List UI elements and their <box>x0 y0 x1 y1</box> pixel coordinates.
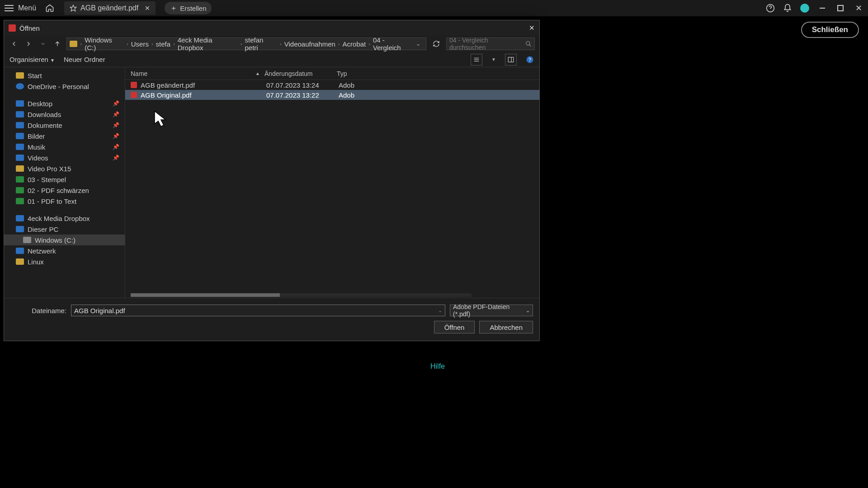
file-row[interactable]: AGB Original.pdf 07.07.2023 13:22 Adob <box>125 90 539 100</box>
sidebar-item-videoprox15[interactable]: Video Pro X15 <box>4 163 125 174</box>
nav-row: › Windows (C:)› Users› stefa› 4eck Media… <box>4 36 539 52</box>
crumb-2[interactable]: stefa <box>156 40 171 48</box>
app-body: Schließen Öffnen ✕ › Windows (C:)› Users… <box>0 16 868 488</box>
dialog-help-icon[interactable]: ? <box>526 56 534 64</box>
preview-pane-button[interactable] <box>505 54 517 66</box>
file-type: Adob <box>339 81 354 89</box>
help-icon[interactable] <box>766 4 775 13</box>
up-icon[interactable] <box>52 38 63 49</box>
sidebar-item-pictures[interactable]: Bilder📌 <box>4 131 125 141</box>
document-tab[interactable]: AGB geändert.pdf ✕ <box>64 1 156 15</box>
col-type[interactable]: Typ <box>337 70 347 77</box>
sidebar-item-documents[interactable]: Dokumente📌 <box>4 120 125 131</box>
crumb-1[interactable]: Users <box>131 40 149 48</box>
search-input[interactable]: 04 - Vergleich durchsuchen <box>446 38 535 50</box>
pdf-icon <box>131 82 137 88</box>
pdf-icon <box>9 24 16 32</box>
sidebar-item-downloads[interactable]: Downloads📌 <box>4 109 125 120</box>
pdf-icon <box>131 92 137 98</box>
sidebar-item-linux[interactable]: Linux <box>4 256 125 267</box>
minimize-icon[interactable] <box>817 3 827 13</box>
new-folder-button[interactable]: Neuer Ordner <box>64 56 105 63</box>
menu-button[interactable]: Menü <box>18 4 36 12</box>
avatar[interactable] <box>800 4 809 13</box>
close-window-icon[interactable]: ✕ <box>854 3 863 13</box>
create-button[interactable]: ＋ Erstellen <box>165 2 212 14</box>
cancel-button[interactable]: Abbrechen <box>479 321 533 333</box>
chevron-right-icon: › <box>338 41 340 47</box>
toolbar: Organisieren ▼ Neuer Ordner ▼ ? <box>4 52 539 67</box>
sidebar-item-videos[interactable]: Videos📌 <box>4 152 125 163</box>
download-icon <box>16 111 24 117</box>
pin-icon: 📌 <box>113 111 119 117</box>
crumb-4[interactable]: stefan petri <box>245 36 278 52</box>
folder-icon <box>16 165 24 172</box>
crumb-5[interactable]: Videoaufnahmen <box>284 40 335 48</box>
filename-input[interactable]: AGB Original.pdf⌄ <box>71 305 445 316</box>
col-date[interactable]: Änderungsdatum <box>264 70 337 77</box>
hilfe-link[interactable]: Hilfe <box>430 362 445 371</box>
file-list: Name ▲ Änderungsdatum Typ AGB geändert.p… <box>125 67 539 298</box>
cloud-icon <box>16 83 24 89</box>
chevron-right-icon: › <box>127 41 128 47</box>
dialog-close-icon[interactable]: ✕ <box>529 24 535 32</box>
app-titlebar: Menü AGB geändert.pdf ✕ ＋ Erstellen ✕ <box>0 0 868 16</box>
organize-button[interactable]: Organisieren ▼ <box>9 56 55 63</box>
refresh-icon[interactable] <box>430 38 443 50</box>
bell-icon[interactable] <box>783 4 792 13</box>
sidebar-item-desktop[interactable]: Desktop📌 <box>4 98 125 109</box>
linux-icon <box>16 258 24 265</box>
chevron-right-icon: › <box>368 41 370 47</box>
crumb-7[interactable]: 04 - Vergleich <box>373 36 413 52</box>
file-row[interactable]: AGB geändert.pdf 07.07.2023 13:24 Adob <box>125 80 539 90</box>
music-icon <box>16 144 24 150</box>
forward-icon[interactable] <box>23 38 34 49</box>
pictures-icon <box>16 133 24 139</box>
sidebar-item-network[interactable]: Netzwerk <box>4 245 125 256</box>
crumb-3[interactable]: 4eck Media Dropbox <box>178 36 238 52</box>
address-bar[interactable]: › Windows (C:)› Users› stefa› 4eck Media… <box>66 38 426 50</box>
svg-point-4 <box>526 42 530 45</box>
chevron-right-icon: › <box>241 41 242 47</box>
maximize-icon[interactable] <box>835 3 845 13</box>
disk-icon <box>23 237 31 243</box>
horizontal-scrollbar[interactable] <box>131 293 472 297</box>
sidebar-item-windowsc[interactable]: Windows (C:) <box>4 235 125 245</box>
dropbox-icon <box>16 215 24 221</box>
filename-label: Dateiname: <box>10 307 66 314</box>
sidebar-item-schwaerzen[interactable]: 02 - PDF schwärzen <box>4 185 125 196</box>
view-mode-button[interactable] <box>471 54 482 66</box>
sidebar-item-pdftotext[interactable]: 01 - PDF to Text <box>4 196 125 206</box>
hamburger-icon[interactable] <box>5 5 14 11</box>
chevron-right-icon: › <box>80 41 82 47</box>
close-tab-icon[interactable]: ✕ <box>145 5 150 12</box>
schliessen-button[interactable]: Schließen <box>801 22 859 38</box>
folder-icon <box>70 41 77 47</box>
file-type: Adob <box>339 91 354 99</box>
filetype-select[interactable]: Adobe PDF-Dateien (*.pdf)⌄ <box>450 305 533 316</box>
sidebar-item-dropbox[interactable]: 4eck Media Dropbox <box>4 213 125 224</box>
open-dialog: Öffnen ✕ › Windows (C:)› Users› stefa› 4… <box>4 20 540 341</box>
sidebar-item-start[interactable]: Start <box>4 70 125 81</box>
chevron-right-icon: › <box>151 41 153 47</box>
sidebar-item-onedrive[interactable]: OneDrive - Personal <box>4 81 125 92</box>
folder-icon <box>16 187 24 193</box>
sidebar-item-stempel[interactable]: 03 - Stempel <box>4 174 125 185</box>
file-name: AGB Original.pdf <box>141 91 266 99</box>
address-chevron-icon[interactable]: ⌄ <box>413 41 423 47</box>
chevron-down-icon[interactable]: ⌄ <box>438 308 442 314</box>
recent-chevron-icon[interactable] <box>38 38 48 49</box>
videos-icon <box>16 155 24 161</box>
crumb-0[interactable]: Windows (C:) <box>85 36 124 52</box>
pin-icon: 📌 <box>113 122 119 128</box>
back-icon[interactable] <box>9 38 19 49</box>
open-button[interactable]: Öffnen <box>434 321 475 333</box>
svg-marker-0 <box>70 5 76 11</box>
col-name[interactable]: Name <box>131 70 263 77</box>
sidebar-item-thispc[interactable]: Dieser PC <box>4 224 125 235</box>
view-chevron-icon[interactable]: ▼ <box>491 57 496 62</box>
crumb-6[interactable]: Acrobat <box>343 40 366 48</box>
sidebar-item-music[interactable]: Musik📌 <box>4 141 125 152</box>
scrollbar-thumb[interactable] <box>131 293 280 297</box>
home-icon[interactable] <box>45 4 54 13</box>
